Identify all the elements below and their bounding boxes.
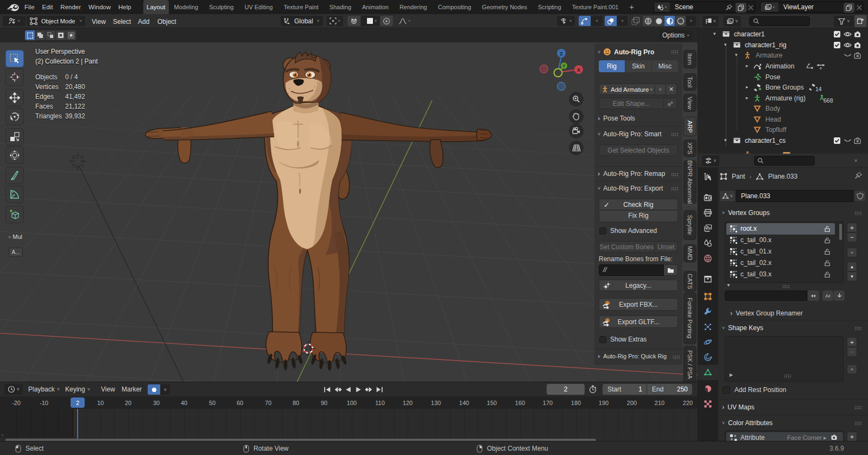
svg-text:X: X bbox=[577, 67, 580, 73]
svg-text:Z: Z bbox=[560, 51, 563, 56]
svg-text:Y: Y bbox=[562, 64, 566, 68]
